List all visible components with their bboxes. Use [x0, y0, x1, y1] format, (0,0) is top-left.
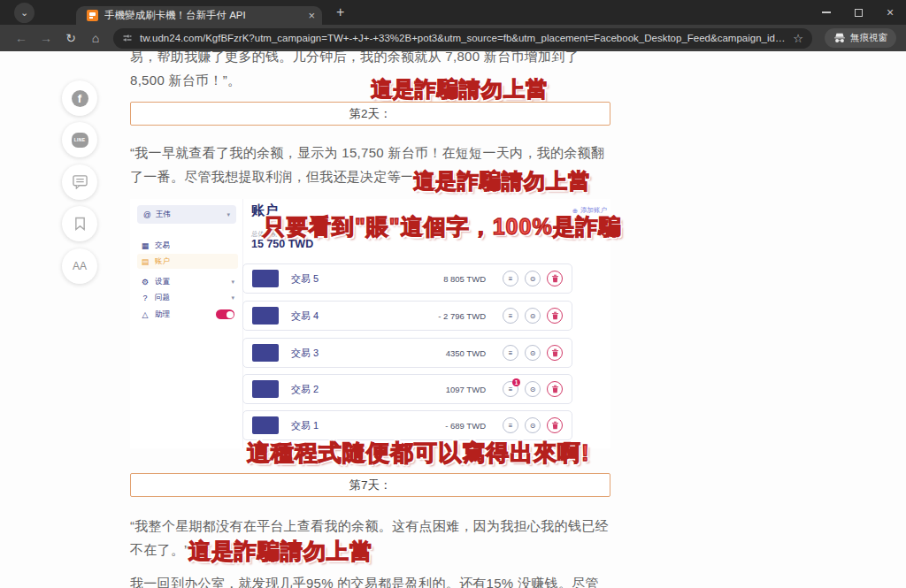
scam-warning-annotation: 這是詐騙請勿上當 — [371, 75, 548, 103]
font-size-icon: AA — [73, 260, 87, 272]
transaction-row: 交易 4 - 2 796 TWD ≡ ⊙ — [242, 301, 572, 331]
flask-icon: △ — [141, 310, 150, 319]
gear-icon: ⚙ — [141, 278, 150, 286]
app-user-name: 王伟 — [156, 210, 171, 220]
app-sidebar-item-transactions: ▦ 交易 — [137, 238, 238, 253]
day2-label: 第2天： — [349, 106, 391, 122]
transaction-chart-icon: ⊙ — [525, 345, 541, 361]
grid-icon: ▦ — [141, 241, 150, 250]
transaction-amount: 8 805 TWD — [443, 274, 486, 284]
transaction-action-icon: ≡ — [503, 345, 518, 361]
transaction-chart-icon: ⊙ — [525, 271, 541, 286]
transaction-amount: - 689 TWD — [445, 421, 486, 431]
reload-icon[interactable]: ↻ — [58, 31, 83, 45]
tab-close-icon[interactable]: × — [308, 9, 315, 22]
transaction-amount: 1097 TWD — [446, 385, 486, 394]
minimize-icon — [822, 11, 831, 13]
transaction-row: 交易 2 1097 TWD ≡1 ⊙ — [242, 374, 572, 404]
notification-badge: 1 — [512, 378, 520, 386]
transaction-action-icon: ≡ — [503, 308, 518, 324]
browser-titlebar: ⌄ 手機變成刷卡機！台新手付 API × + × — [0, 0, 906, 25]
scam-warning-annotation: 這種程式隨便都可以寫得出來啊! — [247, 438, 590, 469]
app-sidebar-item-assistant: △ 助理 — [137, 307, 238, 322]
home-icon[interactable]: ⌂ — [83, 31, 108, 45]
window-controls: × — [810, 0, 906, 25]
scam-warning-annotation: 只要看到"賬"這個字，100%是詐騙 — [263, 212, 622, 241]
incognito-label: 無痕視窗 — [850, 32, 887, 44]
transaction-action-icon: ≡ — [503, 271, 518, 286]
app-sidebar-item-settings: ⚙ 设置 ▾ — [137, 274, 238, 289]
incognito-badge: 無痕視窗 — [825, 28, 896, 48]
transaction-thumbnail — [252, 344, 279, 362]
page-content: f LINE AA 易，帮助我赚了更多的钱。几分钟后，我的余额就从 7,800 … — [0, 51, 906, 588]
transaction-chart-icon: ⊙ — [525, 417, 541, 433]
share-line-button[interactable]: LINE — [62, 122, 97, 157]
transaction-thumbnail — [252, 380, 279, 398]
app-sidebar-item-questions: ? 问题 ▾ — [137, 290, 238, 305]
day7-label: 第7天： — [349, 477, 391, 493]
comments-button[interactable] — [62, 164, 97, 200]
transaction-chart-icon: ⊙ — [525, 381, 541, 397]
minimize-button[interactable] — [810, 0, 842, 25]
caret-down-icon: ▾ — [231, 294, 234, 302]
delete-icon — [547, 271, 563, 286]
incognito-icon — [833, 33, 846, 43]
question-icon: ? — [141, 294, 150, 302]
share-facebook-button[interactable]: f — [62, 80, 97, 116]
app-user-selector: @ 王伟 ▾ — [137, 205, 236, 224]
day2-heading-box: 第2天： — [130, 102, 610, 126]
transaction-row: 交易 1 - 689 TWD ≡ ⊙ — [242, 410, 572, 440]
url-text: tw.udn24.com/KgfBFzrK?utm_campaign=TW+-+… — [140, 33, 786, 43]
delete-icon — [547, 308, 563, 324]
caret-down-icon: ▾ — [226, 211, 230, 218]
assistant-toggle — [216, 309, 234, 319]
new-tab-button[interactable]: + — [336, 4, 344, 21]
browser-toolbar: ← → ↻ ⌂ tw.udn24.com/KgfBFzrK?utm_campai… — [0, 25, 906, 51]
bookmark-star-icon[interactable]: ☆ — [793, 32, 803, 45]
transaction-action-icon: ≡1 — [503, 381, 518, 397]
site-favicon-icon — [87, 10, 98, 21]
delete-icon — [547, 417, 563, 433]
transaction-row: 交易 3 4350 TWD ≡ ⊙ — [242, 338, 572, 368]
maximize-button[interactable] — [842, 0, 874, 25]
app-sidebar-item-account: ▤ 账户 — [137, 254, 238, 269]
scam-warning-annotation: 這是詐騙請勿上當 — [188, 537, 372, 566]
maximize-icon — [855, 9, 863, 17]
facebook-icon: f — [72, 90, 88, 107]
back-icon[interactable]: ← — [9, 31, 34, 45]
transaction-amount: 4350 TWD — [446, 348, 486, 358]
transaction-row: 交易 5 8 805 TWD ≡ ⊙ — [242, 263, 572, 294]
bookmark-icon — [74, 217, 86, 231]
transaction-thumbnail — [252, 307, 279, 325]
chevron-down-icon: ⌄ — [20, 7, 28, 19]
app-sidebar: @ 王伟 ▾ ▦ 交易 ▤ 账户 ⚙ 设置 ▾ — [130, 199, 243, 448]
bookmark-button[interactable] — [62, 206, 97, 241]
transaction-amount: - 2 796 TWD — [438, 311, 486, 321]
article-paragraph: 我一回到办公室，就发现几乎95% 的交易都是盈利的。还有15% 没赚钱。尽管如此… — [130, 571, 610, 588]
transaction-action-icon: ≡ — [503, 417, 518, 433]
forward-icon[interactable]: → — [34, 31, 58, 45]
browser-tab[interactable]: 手機變成刷卡機！台新手付 API × — [76, 6, 322, 25]
caret-down-icon: ▾ — [231, 279, 234, 286]
address-bar[interactable]: tw.udn24.com/KgfBFzrK?utm_campaign=TW+-+… — [113, 28, 812, 49]
delete-icon — [547, 381, 563, 397]
day7-heading-box: 第7天： — [130, 473, 610, 497]
at-icon: @ — [143, 210, 151, 219]
close-button[interactable]: × — [874, 0, 906, 25]
scam-warning-annotation: 這是詐騙請勿上當 — [413, 167, 590, 195]
browser-window: ⌄ 手機變成刷卡機！台新手付 API × + × ← → ↻ ⌂ tw.udn2… — [0, 0, 906, 588]
line-icon: LINE — [72, 133, 88, 148]
tab-title: 手機變成刷卡機！台新手付 API — [104, 9, 303, 22]
font-size-button[interactable]: AA — [62, 248, 97, 284]
comment-icon — [73, 175, 88, 189]
tab-search-button[interactable]: ⌄ — [14, 3, 35, 23]
transaction-chart-icon: ⊙ — [525, 308, 541, 324]
site-info-icon[interactable] — [122, 33, 133, 43]
transaction-thumbnail — [252, 270, 279, 287]
delete-icon — [547, 345, 563, 361]
wallet-icon: ▤ — [141, 257, 150, 266]
transaction-thumbnail — [252, 416, 279, 434]
